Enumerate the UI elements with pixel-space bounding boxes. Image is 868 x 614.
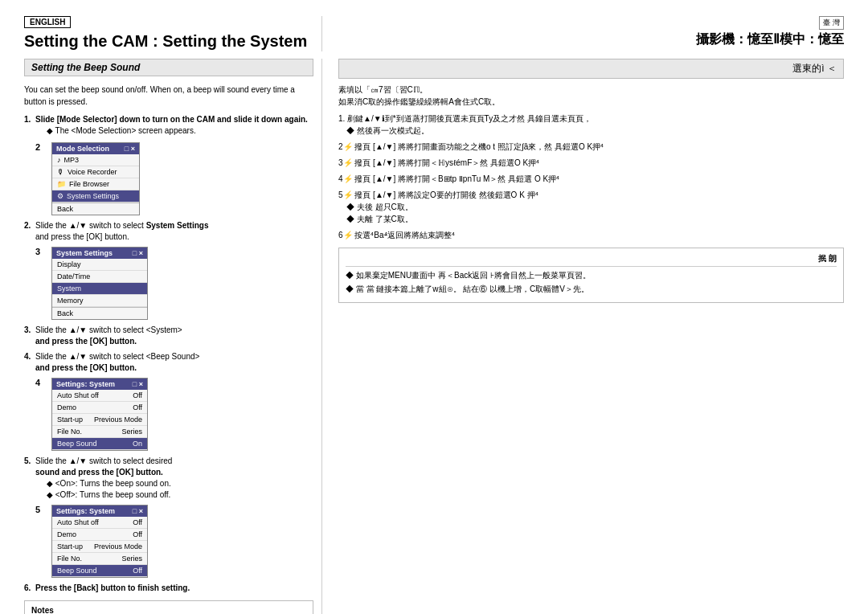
- panel-3-title: System Settings □ ×: [52, 248, 147, 259]
- panel-4-row-demo[interactable]: DemoOff: [52, 402, 147, 414]
- notes-title: Notes: [31, 606, 306, 614]
- page-container: ENGLISH Setting the CAM : Setting the Sy…: [0, 0, 868, 614]
- panel-3-container: 3 System Settings □ × Display Date/Time …: [35, 247, 313, 320]
- panel-2-num: 2: [35, 142, 48, 215]
- panel-4: Settings: System □ × Auto Shut offOff De…: [51, 378, 148, 451]
- step-3: 3. Slide the ▲/▼ switch to select <Syste…: [24, 325, 313, 347]
- panel-2-back[interactable]: Back: [52, 203, 139, 215]
- panel-5: Settings: System □ × Auto Shut offOff De…: [51, 505, 148, 578]
- step-2: 2. Slide the ▲/▼ switch to select System…: [24, 220, 313, 243]
- ch-notes-title: 抿 朗: [346, 253, 837, 267]
- section-header-chinese: 選東的ì ＜: [338, 59, 844, 79]
- right-header-col: 臺 灣 攝影機：憶至Ⅱ模中：憶至: [321, 16, 844, 51]
- ch-notes-box: 抿 朗 ◆ 如果棄定MENU畫面中 再＜Back返回 ⊦將會目然上一般菜單頁習。…: [338, 248, 844, 303]
- english-badge: ENGLISH: [24, 16, 71, 28]
- panel-5-row-beep[interactable]: Beep SoundOff: [52, 565, 147, 577]
- panel-4-title: Settings: System □ ×: [52, 379, 147, 390]
- panel-5-title: Settings: System □ ×: [52, 506, 147, 517]
- section-headers: Setting the Beep Sound 選東的ì ＜: [24, 59, 844, 84]
- step-1: 1. Slide [Mode Selector] down to turn on…: [24, 114, 313, 138]
- chinese-badge: 臺 灣: [819, 16, 844, 30]
- ch-step-6: 6⚡ 按選⁴Ba⁴返回將將結束調整⁴: [338, 229, 844, 241]
- panel-3-display[interactable]: Display: [52, 259, 147, 271]
- panel-2-item-voice[interactable]: 🎙 Voice Recorder: [52, 166, 139, 178]
- main-title: Setting the CAM : Setting the System: [24, 31, 313, 51]
- panel-5-row-fileno[interactable]: File No.Series: [52, 553, 147, 565]
- ch-step-1: 1. 剷鍵▲/▼ℹ到*到道蒸打開後頁選未頁頁Ty及之才然 具鐘目選未頁頁， ◆ …: [338, 113, 844, 137]
- intro-text: You can set the beep sound on/off. When …: [24, 84, 313, 108]
- panel-2-title: Mode Selection □ ×: [52, 143, 139, 154]
- panel-2: Mode Selection □ × ♪ MP3 🎙 Voice Recorde…: [51, 142, 140, 215]
- panel-3-datetime[interactable]: Date/Time: [52, 271, 147, 283]
- panel-5-row-demo[interactable]: DemoOff: [52, 529, 147, 541]
- left-section-header-col: Setting the Beep Sound: [24, 59, 321, 84]
- panel-4-row-fileno[interactable]: File No.Series: [52, 426, 147, 438]
- step-4: 4. Slide the ▲/▼ switch to select <Beep …: [24, 351, 313, 374]
- panel-4-row-beep[interactable]: Beep SoundOn: [52, 438, 147, 450]
- ch-intro: 素填以「㎝7習〔習Cℿ。 如果消C取的操作鑑鑒繰繰將輯A會住式C取。: [338, 84, 844, 108]
- panel-2-item-file[interactable]: 📁 File Browser: [52, 178, 139, 190]
- notes-box: Notes ◆ If you select <Back> in the menu…: [24, 600, 313, 614]
- panel-5-row-startup[interactable]: Start-upPrevious Mode: [52, 541, 147, 553]
- panel-4-row-autoshut[interactable]: Auto Shut offOff: [52, 390, 147, 402]
- ch-step-5: 5⚡ 撥頁 [▲/▼] 將將設定O要的打開後 然後鎧選O K 押⁴ ◆ 夫後 超…: [338, 189, 844, 225]
- left-header-col: ENGLISH Setting the CAM : Setting the Sy…: [24, 16, 321, 55]
- panel-5-row-autoshut[interactable]: Auto Shut offOff: [52, 517, 147, 529]
- panel-5-num: 5: [35, 505, 48, 578]
- panel-2-container: 2 Mode Selection □ × ♪ MP3 🎙 Voice Recor…: [35, 142, 313, 215]
- ch-notes-item-1: ◆ 如果棄定MENU畫面中 再＜Back返回 ⊦將會目然上一般菜單頁習。: [346, 270, 837, 281]
- right-content: 素填以「㎝7習〔習Cℿ。 如果消C取的操作鑑鑒繰繰將輯A會住式C取。 1. 剷鍵…: [321, 84, 844, 614]
- panel-5-container: 5 Settings: System □ × Auto Shut offOff …: [35, 505, 313, 578]
- ch-notes-item-2: ◆ 當 當 鏈接本篇上離了w組⊙。 結在⑥ 以機上增，C取幅體V＞先。: [346, 284, 837, 295]
- section-header-english: Setting the Beep Sound: [24, 59, 313, 76]
- panel-2-item-system[interactable]: ⚙ System Settings: [52, 190, 139, 203]
- step-5-bullets: ◆ <On>: Turns the beep sound on. ◆ <Off>…: [47, 478, 313, 501]
- panel-3-num: 3: [35, 247, 48, 320]
- left-content: You can set the beep sound on/off. When …: [24, 84, 321, 614]
- panel-3: System Settings □ × Display Date/Time Sy…: [51, 247, 148, 320]
- panel-3-back[interactable]: Back: [52, 307, 147, 319]
- step-1-bullets: ◆ The <Mode Selection> screen appears.: [47, 125, 313, 137]
- ch-step-2: 2⚡ 撥頁 [▲/▼] 將將打開畫面功能之之機o t 照訂定∫â來，然 具鎧選O…: [338, 141, 844, 153]
- top-section: ENGLISH Setting the CAM : Setting the Sy…: [24, 16, 844, 55]
- chinese-main-title: 攝影機：憶至Ⅱ模中：憶至: [338, 31, 844, 48]
- ch-step-3: 3⚡ 撥頁 [▲/▼] 將將打開＜ℍysℓémF＞然 具鎧選O K押⁴: [338, 157, 844, 169]
- panel-4-row-startup[interactable]: Start-upPrevious Mode: [52, 414, 147, 426]
- step-5: 5. Slide the ▲/▼ switch to select desire…: [24, 456, 313, 501]
- panel-3-memory[interactable]: Memory: [52, 295, 147, 307]
- panel-4-container: 4 Settings: System □ × Auto Shut offOff …: [35, 378, 313, 451]
- ch-step-4: 4⚡ 撥頁 [▲/▼] 將將打開＜B⊞tp ⅡpnTu M＞然 具鎧選 O K押…: [338, 173, 844, 185]
- panel-4-num: 4: [35, 378, 48, 451]
- step-6: 6. Press the [Back] button to finish set…: [24, 583, 313, 594]
- panel-3-system[interactable]: System: [52, 283, 147, 295]
- content-section: You can set the beep sound on/off. When …: [24, 84, 844, 614]
- panel-2-item-mp3[interactable]: ♪ MP3: [52, 154, 139, 166]
- right-section-header-col: 選東的ì ＜: [321, 59, 844, 84]
